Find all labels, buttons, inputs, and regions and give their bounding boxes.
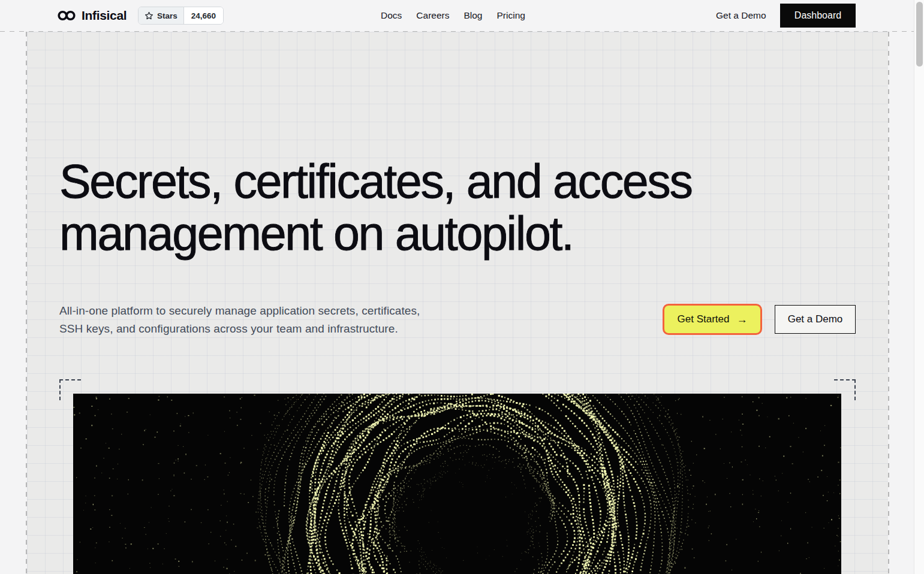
- description-line-1: All-in-one platform to securely manage a…: [59, 302, 420, 320]
- headline-line-1: Secrets, certificates, and access: [59, 155, 809, 207]
- nav-link-docs[interactable]: Docs: [381, 10, 402, 21]
- nav-link-pricing[interactable]: Pricing: [497, 10, 525, 21]
- get-started-label: Get Started: [678, 313, 730, 325]
- hero-section: Secrets, certificates, and access manage…: [27, 32, 888, 574]
- dashboard-button[interactable]: Dashboard: [780, 4, 856, 28]
- hero-description: All-in-one platform to securely manage a…: [59, 302, 420, 338]
- star-icon: [145, 11, 154, 20]
- infisical-logo[interactable]: Infisical: [57, 0, 127, 31]
- stars-label: Stars: [157, 11, 177, 20]
- primary-nav: Docs Careers Blog Pricing: [381, 0, 525, 31]
- scrollbar-track[interactable]: [914, 0, 924, 574]
- scrollbar-thumb[interactable]: [916, 2, 923, 67]
- dashed-divider-right: [888, 32, 889, 574]
- get-started-button[interactable]: Get Started →: [663, 304, 762, 335]
- nav-link-blog[interactable]: Blog: [463, 10, 482, 21]
- headline-line-2: management on autopilot.: [59, 207, 809, 259]
- dashed-divider-left: [26, 32, 27, 574]
- description-line-2: SSH keys, and configurations across your…: [59, 320, 420, 338]
- arrow-right-icon: →: [736, 314, 747, 325]
- hero-visual: [73, 394, 841, 574]
- get-a-demo-button[interactable]: Get a Demo: [775, 305, 856, 334]
- navbar: Infisical Stars 24,660 Docs Careers Blog…: [0, 0, 914, 31]
- logo-text: Infisical: [82, 8, 127, 23]
- infinity-icon: [57, 10, 76, 22]
- nav-get-demo-link[interactable]: Get a Demo: [716, 0, 766, 31]
- nav-link-careers[interactable]: Careers: [416, 10, 449, 21]
- corner-bracket-top-right: [834, 379, 856, 400]
- corner-bracket-top-left: [59, 379, 81, 400]
- page-title: Secrets, certificates, and access manage…: [59, 155, 809, 259]
- stars-count: 24,660: [184, 7, 223, 24]
- particle-vortex-canvas: [73, 394, 841, 574]
- github-stars-button[interactable]: Stars 24,660: [138, 7, 224, 25]
